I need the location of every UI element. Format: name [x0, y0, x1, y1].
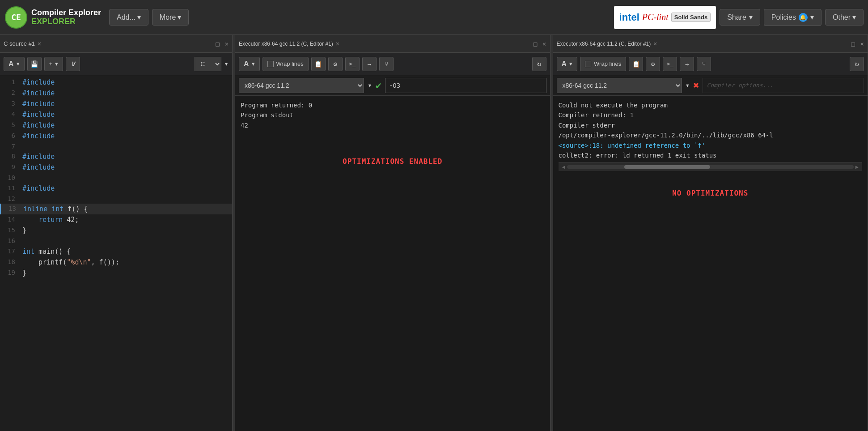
executor2-arrow-btn[interactable]: → [680, 57, 694, 71]
editor-close-btn[interactable]: × [225, 40, 229, 47]
bold-button[interactable]: V [66, 57, 80, 71]
code-editor[interactable]: 1#include 2#include 3#include 4#include … [0, 75, 232, 431]
executor2-compiler-chevron: ▾ [686, 81, 690, 90]
code-line-8: 8#include [0, 151, 232, 162]
executor1-terminal-btn[interactable]: >_ [345, 57, 360, 71]
clipboard-icon: 📋 [314, 60, 322, 68]
logo-explorer: EXPLORER [31, 17, 101, 26]
executor1-tab: Executor x86-64 gcc 11.2 (C, Editor #1) … [239, 40, 339, 47]
line-number: 13 [3, 204, 16, 213]
executor2-wrap-button[interactable]: Wrap lines [580, 57, 626, 71]
program-stdout-line: Program stdout [241, 110, 545, 120]
executor1-compiler-select[interactable]: x86-64 gcc 11.2 [239, 78, 364, 93]
executor2-tab-label: Executor x86-64 gcc 11.2 (C, Editor #1) [557, 41, 651, 47]
line-number: 3 [2, 98, 15, 108]
executor2-output-line4: /opt/compiler-explorer/gcc-11.2.0/bin/..… [559, 130, 863, 140]
executor2-output-line5: <source>:18: undefined reference to `f' [559, 141, 863, 150]
line-content: #include [22, 77, 230, 88]
other-button[interactable]: Other ▾ [825, 9, 864, 26]
executor1-gear-btn[interactable]: ⚙ [328, 57, 343, 71]
line-content: } [22, 268, 230, 278]
line-number: 5 [2, 120, 15, 130]
code-line-1: 1#include [0, 77, 232, 88]
executor2-gear-btn[interactable]: ⚙ [646, 57, 660, 71]
executor2-terminal-btn[interactable]: >_ [663, 57, 677, 71]
line-content: printf("%d\n", f()); [22, 257, 230, 268]
scroll-track[interactable] [567, 165, 854, 169]
executor2-refresh-icon: ↻ [855, 60, 859, 68]
code-line-4: 4#include [0, 109, 232, 120]
scroll-right-icon[interactable]: ▶ [854, 164, 860, 170]
executor2-wrap-label: Wrap lines [594, 60, 621, 67]
line-number: 16 [2, 236, 15, 246]
more-button-label: More [160, 13, 176, 21]
topnav: CE Compiler Explorer EXPLORER Add... ▾ M… [0, 0, 868, 35]
line-content: #include [22, 151, 230, 162]
compiler-explorer-logo-icon: CE [4, 6, 28, 29]
line-number: 8 [2, 151, 15, 161]
code-line-5: 5#include [0, 120, 232, 131]
wrap-checkbox-icon [267, 61, 274, 67]
executor1-close-icon[interactable]: × [336, 40, 339, 47]
executor1-clipboard-btn[interactable]: 📋 [311, 57, 326, 71]
executor1-maximize-icon[interactable]: □ [534, 40, 537, 47]
executor2-font-button[interactable]: A ▾ [557, 57, 578, 71]
executor1-fork-btn[interactable]: ⑂ [379, 57, 394, 71]
executor1-arrow-btn[interactable]: → [362, 57, 377, 71]
executor1-close-btn[interactable]: × [542, 40, 546, 47]
executor2-tabbar: Executor x86-64 gcc 11.2 (C, Editor #1) … [553, 35, 868, 53]
executor2-scrollbar[interactable]: ◀ ▶ [559, 162, 863, 171]
executor2-compiler-select[interactable]: x86-64 gcc 11.2 [557, 78, 682, 93]
code-line-7: 7 [0, 141, 232, 151]
executor1-font-button[interactable]: A ▾ [239, 57, 260, 71]
chevron-font-icon: ▾ [17, 60, 20, 67]
main-area: C source #1 × □ × A ▾ 💾 + ▾ V [0, 35, 868, 431]
code-line-10: 10 [0, 173, 232, 183]
executor1-opts-input[interactable] [385, 78, 546, 93]
executor2-status-error-icon: ✖ [693, 80, 699, 91]
logo-text: Compiler Explorer EXPLORER [31, 9, 101, 26]
executor1-tabbar: Executor x86-64 gcc 11.2 (C, Editor #1) … [235, 35, 550, 53]
line-content: #include [22, 98, 230, 109]
bell-badge: 🔔 [799, 13, 808, 22]
editor-tab-label: C source #1 [4, 40, 35, 47]
executor2-font-chevron-icon: ▾ [569, 60, 572, 67]
compiler-select-chevron: ▾ [368, 81, 372, 90]
more-button[interactable]: More ▾ [152, 9, 189, 26]
executor2-close-btn[interactable]: × [860, 40, 864, 47]
font-size-button[interactable]: A ▾ [4, 57, 25, 71]
executor2-arrow-right-icon: → [685, 60, 689, 68]
executor2-output-line1: Could not execute the program [559, 100, 863, 110]
add-item-button[interactable]: + ▾ [44, 57, 64, 71]
scroll-left-icon[interactable]: ◀ [560, 164, 567, 170]
executor1-refresh-btn[interactable]: ↻ [532, 57, 546, 71]
executor2-maximize-icon[interactable]: □ [851, 40, 855, 47]
save-button[interactable]: 💾 [27, 57, 42, 71]
policies-button[interactable]: Policies 🔔 ▾ [764, 9, 821, 26]
executor2-clipboard-btn[interactable]: 📋 [629, 57, 643, 71]
wrap-lines-button[interactable]: Wrap lines [263, 57, 309, 71]
scroll-thumb[interactable] [624, 165, 710, 169]
executor1-pane: Executor x86-64 gcc 11.2 (C, Editor #1) … [235, 35, 550, 431]
share-button[interactable]: Share ▾ [720, 9, 760, 26]
plus-icon: + [49, 60, 53, 67]
executor2-fork-btn[interactable]: ⑂ [697, 57, 711, 71]
executor2-clipboard-icon: 📋 [632, 60, 640, 68]
line-number: 15 [2, 225, 15, 235]
editor-maximize-icon[interactable]: □ [216, 40, 219, 47]
executor2-refresh-btn[interactable]: ↻ [850, 57, 864, 71]
executor2-output-line6: collect2: error: ld returned 1 exit stat… [559, 150, 863, 160]
gear-icon: ⚙ [334, 60, 337, 68]
executor2-close-icon[interactable]: × [653, 40, 657, 47]
add-button[interactable]: Add... ▾ [109, 9, 148, 26]
line-number: 11 [2, 183, 15, 193]
program-returned-line: Program returned: 0 [241, 100, 545, 110]
add-button-label: Add... [117, 13, 135, 21]
executor2-opts-placeholder[interactable]: Compiler options... [703, 78, 864, 93]
program-value-line: 42 [241, 120, 545, 130]
language-select[interactable]: C [195, 57, 221, 71]
policies-label: Policies [771, 13, 796, 21]
editor-pane: C source #1 × □ × A ▾ 💾 + ▾ V [0, 35, 233, 431]
editor-close-icon[interactable]: × [38, 40, 41, 47]
code-line-12: 12 [0, 194, 232, 204]
